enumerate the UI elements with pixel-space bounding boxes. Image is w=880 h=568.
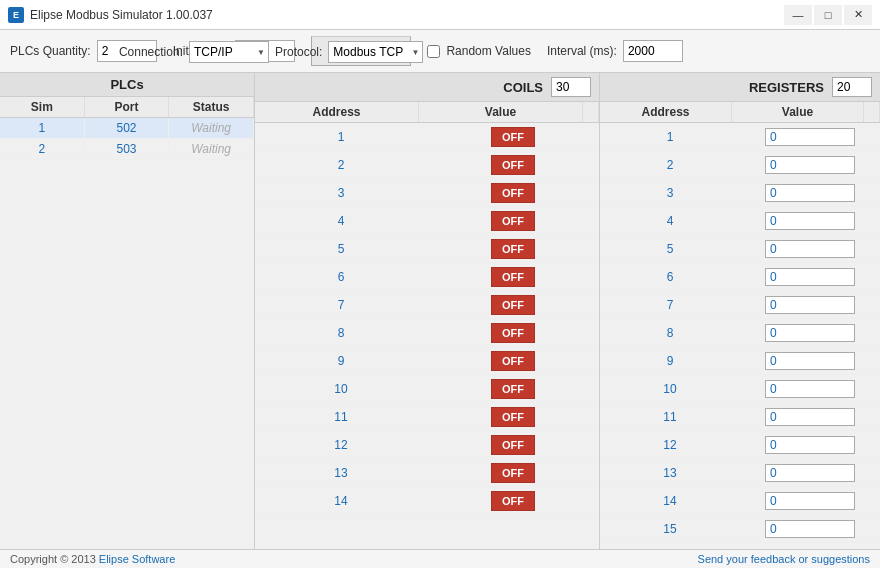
registers-col-value: Value [732, 102, 864, 122]
register-value-cell [740, 265, 880, 289]
coil-off-button[interactable]: OFF [491, 351, 535, 371]
plcs-status: Waiting [169, 118, 254, 138]
coil-value: OFF [427, 208, 599, 234]
app-title: Elipse Modbus Simulator 1.00.037 [30, 8, 213, 22]
coil-off-button[interactable]: OFF [491, 407, 535, 427]
plcs-panel: PLCs Sim Port Status 1 502 Waiting 2 503… [0, 73, 255, 549]
coil-value: OFF [427, 348, 599, 374]
coils-col-value: Value [419, 102, 583, 122]
register-input[interactable] [765, 324, 855, 342]
coils-cols-header: Address Value [255, 102, 599, 123]
register-value-cell [740, 153, 880, 177]
interval-group: Interval (ms): [547, 40, 683, 62]
registers-panel: REGISTERS Address Value 1 2 3 4 [600, 73, 880, 549]
coil-value: OFF [427, 292, 599, 318]
coil-off-button[interactable]: OFF [491, 323, 535, 343]
coil-value: OFF [427, 432, 599, 458]
plcs-row[interactable]: 1 502 Waiting [0, 118, 254, 139]
register-input[interactable] [765, 408, 855, 426]
coil-value: OFF [427, 236, 599, 262]
maximize-button[interactable]: □ [814, 5, 842, 25]
register-input[interactable] [765, 128, 855, 146]
footer: Copyright © 2013 Elipse Software Send yo… [0, 549, 880, 568]
register-input[interactable] [765, 492, 855, 510]
register-value-cell [740, 125, 880, 149]
plcs-sim: 1 [0, 118, 85, 138]
registers-body: 1 2 3 4 5 6 [600, 123, 880, 549]
coil-off-button[interactable]: OFF [491, 295, 535, 315]
interval-label: Interval (ms): [547, 44, 617, 58]
coil-off-button[interactable]: OFF [491, 239, 535, 259]
close-button[interactable]: ✕ [844, 5, 872, 25]
coil-row: 9 OFF [255, 347, 599, 375]
register-input[interactable] [765, 464, 855, 482]
coil-off-button[interactable]: OFF [491, 379, 535, 399]
register-value-cell [740, 293, 880, 317]
feedback-link[interactable]: Send your feedback or suggestions [698, 553, 870, 565]
register-input[interactable] [765, 184, 855, 202]
coil-address: 4 [255, 212, 427, 230]
coil-address: 14 [255, 492, 427, 510]
random-values-group: Random Values [427, 44, 531, 58]
register-address: 15 [600, 520, 740, 538]
register-input[interactable] [765, 296, 855, 314]
register-input[interactable] [765, 212, 855, 230]
registers-count-input[interactable] [832, 77, 872, 97]
coil-address: 6 [255, 268, 427, 286]
coil-value: OFF [427, 320, 599, 346]
connection-select[interactable]: TCP/IP Serial [189, 41, 269, 63]
coil-off-button[interactable]: OFF [491, 491, 535, 511]
random-values-checkbox[interactable] [427, 45, 440, 58]
coil-off-button[interactable]: OFF [491, 435, 535, 455]
plcs-table-body: 1 502 Waiting 2 503 Waiting [0, 118, 254, 549]
coil-address: 2 [255, 156, 427, 174]
register-address: 6 [600, 268, 740, 286]
company-link[interactable]: Elipse Software [99, 553, 175, 565]
coil-address: 13 [255, 464, 427, 482]
coil-value: OFF [427, 124, 599, 150]
register-address: 7 [600, 296, 740, 314]
coil-off-button[interactable]: OFF [491, 155, 535, 175]
register-address: 10 [600, 380, 740, 398]
coil-off-button[interactable]: OFF [491, 211, 535, 231]
register-input[interactable] [765, 380, 855, 398]
register-input[interactable] [765, 436, 855, 454]
plcs-col-port: Port [85, 97, 170, 117]
register-row: 8 [600, 319, 880, 347]
register-value-cell [740, 405, 880, 429]
coil-off-button[interactable]: OFF [491, 127, 535, 147]
coil-row: 12 OFF [255, 431, 599, 459]
coils-panel: COILS Address Value 1 OFF 2 OFF 3 OFF 4 [255, 73, 600, 549]
registers-scroll-spacer [864, 102, 880, 122]
register-row: 13 [600, 459, 880, 487]
coil-off-button[interactable]: OFF [491, 183, 535, 203]
plcs-row[interactable]: 2 503 Waiting [0, 139, 254, 160]
register-input[interactable] [765, 352, 855, 370]
coil-row: 11 OFF [255, 403, 599, 431]
plcs-quantity-label: PLCs Quantity: [10, 44, 91, 58]
register-input[interactable] [765, 156, 855, 174]
coil-address: 7 [255, 296, 427, 314]
coil-row: 8 OFF [255, 319, 599, 347]
connection-group: Connection: TCP/IP Serial Protocol: Modb… [119, 41, 423, 63]
coils-count-input[interactable] [551, 77, 591, 97]
register-row: 10 [600, 375, 880, 403]
coil-off-button[interactable]: OFF [491, 463, 535, 483]
register-row: 3 [600, 179, 880, 207]
register-input[interactable] [765, 240, 855, 258]
coil-row: 2 OFF [255, 151, 599, 179]
coils-col-address: Address [255, 102, 419, 122]
register-input[interactable] [765, 520, 855, 538]
coil-row: 10 OFF [255, 375, 599, 403]
coil-row: 3 OFF [255, 179, 599, 207]
minimize-button[interactable]: — [784, 5, 812, 25]
register-input[interactable] [765, 268, 855, 286]
register-address: 4 [600, 212, 740, 230]
coil-off-button[interactable]: OFF [491, 267, 535, 287]
plcs-port: 502 [85, 118, 170, 138]
interval-input[interactable] [623, 40, 683, 62]
register-address: 9 [600, 352, 740, 370]
protocol-select[interactable]: Modbus TCP Modbus RTU [328, 41, 423, 63]
coil-address: 10 [255, 380, 427, 398]
register-row: 12 [600, 431, 880, 459]
